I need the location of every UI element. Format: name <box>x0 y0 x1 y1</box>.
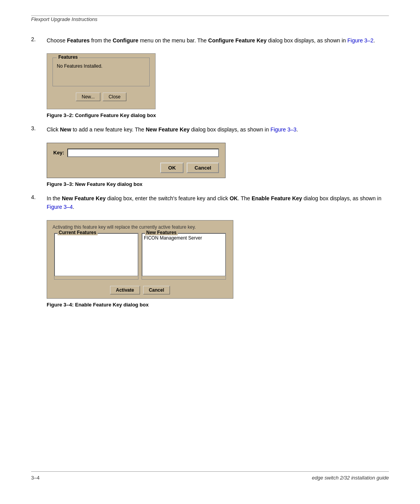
footer: 3–4 edge switch 2/32 installation guide <box>31 471 389 481</box>
efk-buttons: Activate Cancel <box>47 284 233 298</box>
dialog-buttons: New... Close <box>52 90 150 105</box>
new-features-list: FICON Management Server <box>142 233 226 276</box>
step-3-bold-1: New <box>60 126 71 133</box>
step-4-bold-2: OK <box>229 195 238 201</box>
step-2-bold-2: Configure <box>113 37 138 44</box>
step-2: 2. Choose Features from the Configure me… <box>31 36 389 45</box>
figure-4-container: Activating this feature key will replace… <box>47 220 389 299</box>
new-features-item: FICON Management Server <box>144 235 224 241</box>
enable-feature-key-dialog: Activating this feature key will replace… <box>47 220 233 299</box>
new-button[interactable]: New... <box>76 93 100 101</box>
no-features-text: No Features Installed. <box>57 60 145 70</box>
figure-3-caption: Figure 3–3: New Feature Key dialog box <box>47 181 389 187</box>
step-4-bold-3: Enable Feature Key <box>252 195 302 201</box>
nfk-key-row: Key: <box>53 149 219 157</box>
figure-3-4-link[interactable]: Figure 3–4 <box>47 204 73 210</box>
configure-feature-key-dialog: Features No Features Installed. New... C… <box>47 53 156 109</box>
current-features-list <box>54 233 138 276</box>
key-label: Key: <box>53 150 64 156</box>
ok-button[interactable]: OK <box>160 163 184 173</box>
figure-3-2-link[interactable]: Figure 3–2 <box>347 37 373 44</box>
new-feature-key-dialog: Key: OK Cancel <box>47 143 226 178</box>
content-body: 2. Choose Features from the Configure me… <box>31 36 389 471</box>
nfk-buttons: OK Cancel <box>53 163 219 173</box>
figure-3-container: Key: OK Cancel <box>47 143 389 178</box>
features-group-label: Features <box>57 54 79 60</box>
efk-panels: Current Features New Features FICON Mana… <box>47 233 233 284</box>
activate-button[interactable]: Activate <box>110 286 140 294</box>
step-3-text: Click New to add a new feature key. The … <box>47 125 389 134</box>
step-2-number: 2. <box>31 36 47 42</box>
step-3-bold-2: New Feature Key <box>146 126 190 133</box>
efk-cancel-button[interactable]: Cancel <box>143 286 170 294</box>
page-container: Flexport Upgrade Instructions 2. Choose … <box>0 0 420 504</box>
header: Flexport Upgrade Instructions <box>31 16 389 29</box>
current-features-label: Current Features <box>58 230 98 235</box>
key-input[interactable] <box>67 149 219 157</box>
figure-2-container: Features No Features Installed. New... C… <box>47 53 389 109</box>
figure-3-3-link[interactable]: Figure 3–3 <box>270 126 296 133</box>
step-3: 3. Click New to add a new feature key. T… <box>31 125 389 134</box>
step-2-bold-3: Configure Feature Key <box>208 37 266 44</box>
figure-2-caption: Figure 3–2: Configure Feature Key dialog… <box>47 112 389 118</box>
new-features-label: New Features <box>145 230 178 235</box>
step-4: 4. In the New Feature Key dialog box, en… <box>31 194 389 212</box>
step-4-text: In the New Feature Key dialog box, enter… <box>47 194 389 212</box>
dialog-inner: Features No Features Installed. New... C… <box>47 54 155 109</box>
features-group: Features No Features Installed. <box>52 58 150 86</box>
new-features-panel: New Features FICON Management Server <box>142 233 226 280</box>
step-3-number: 3. <box>31 125 47 131</box>
step-4-bold-1: New Feature Key <box>62 195 106 201</box>
figure-4-caption: Figure 3–4: Enable Feature Key dialog bo… <box>47 302 389 308</box>
step-2-bold-1: Features <box>67 37 89 44</box>
step-4-number: 4. <box>31 194 47 200</box>
close-button[interactable]: Close <box>103 93 126 101</box>
step-2-text: Choose Features from the Configure menu … <box>47 36 389 45</box>
header-title: Flexport Upgrade Instructions <box>31 14 98 22</box>
current-features-panel: Current Features <box>54 233 138 280</box>
footer-right: edge switch 2/32 installation guide <box>312 475 389 481</box>
footer-left: 3–4 <box>31 475 40 481</box>
cancel-button[interactable]: Cancel <box>187 163 219 173</box>
